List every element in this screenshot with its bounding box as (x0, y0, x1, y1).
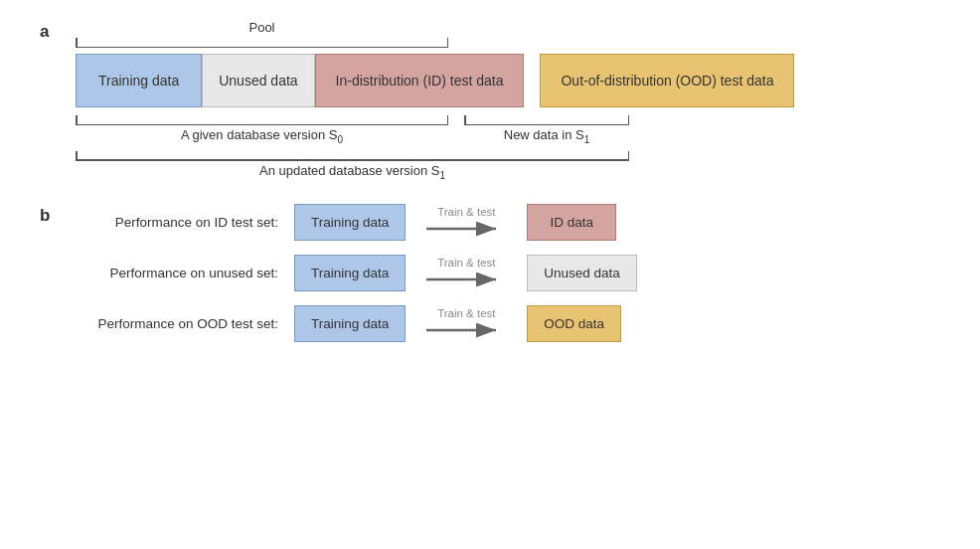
arrow-id: Train & test (421, 206, 511, 239)
s0-label: A given database version S0 (181, 127, 343, 145)
left-block-group: Training data Unused data In-distributio… (76, 54, 524, 107)
s0-bracket-right (447, 115, 449, 125)
b-row-ood-label: Performance on OOD test set: (80, 316, 278, 331)
s1-bracket-top (78, 159, 628, 161)
b-row-unused: Performance on unused set: Training data… (80, 255, 637, 291)
section-a-label: a (40, 20, 76, 180)
b-block-result-ood: OOD data (527, 305, 621, 342)
block-unused: Unused data (202, 54, 314, 107)
section-a-wrapper: a Pool Training data (40, 20, 940, 180)
arrow-svg-ood (426, 320, 506, 340)
s1-bracket-right (628, 151, 630, 161)
b-row-id-label: Performance on ID test set: (80, 215, 278, 230)
arrow-unused: Train & test (421, 257, 511, 289)
b-row-ood: Performance on OOD test set: Training da… (80, 305, 637, 342)
pool-label-row: Pool (76, 20, 794, 48)
arrow-svg-id (426, 219, 506, 239)
section-a: Pool Training data Unused data (76, 20, 794, 180)
block-ood: Out-of-distribution (OOD) test data (540, 54, 794, 107)
s1-label: An updated database version S1 (259, 163, 445, 181)
block-id: In-distribution (ID) test data (315, 54, 525, 107)
block-training: Training data (76, 54, 202, 107)
blocks-row: Training data Unused data In-distributio… (76, 54, 794, 107)
pool-bracket-top (78, 47, 447, 49)
section-b-label-col: b (40, 204, 76, 342)
section-b-wrapper: b Performance on ID test set: Training d… (40, 204, 940, 342)
arrow-label-ood: Train & test (437, 307, 495, 319)
s0-bracket-line (76, 113, 448, 125)
b-block-training-id: Training data (294, 204, 406, 241)
s0-bracket: A given database version S0 (76, 113, 448, 145)
pool-label: Pool (248, 20, 274, 35)
arrow-ood: Train & test (421, 307, 511, 340)
b-block-training-unused: Training data (294, 255, 406, 291)
b-block-training-ood: Training data (294, 305, 406, 342)
new-bracket-top (466, 124, 628, 126)
b-row-unused-label: Performance on unused set: (80, 266, 278, 280)
b-block-result-id: ID data (527, 204, 616, 241)
main-container: a Pool Training data (0, 0, 980, 549)
arrow-label-id: Train & test (437, 206, 495, 218)
pool-bracket-line (76, 36, 448, 48)
arrow-svg-unused (426, 270, 506, 289)
new-data-bracket: New data in S1 (464, 113, 629, 145)
s0-bracket-top (78, 124, 447, 126)
b-block-result-unused: Unused data (527, 255, 637, 291)
new-bracket-right (628, 115, 630, 125)
s1-bracket: An updated database version S1 (76, 149, 629, 181)
pool-bracket: Pool (76, 20, 448, 48)
section-b-rows: Performance on ID test set: Training dat… (80, 204, 637, 342)
s1-bracket-line (76, 149, 629, 161)
pool-bracket-right (447, 38, 449, 48)
s0-new-bracket-row: A given database version S0 New data in … (76, 113, 794, 145)
b-row-id: Performance on ID test set: Training dat… (80, 204, 637, 241)
new-data-label: New data in S1 (504, 127, 590, 145)
new-bracket-line (464, 113, 629, 125)
arrow-label-unused: Train & test (437, 257, 495, 269)
